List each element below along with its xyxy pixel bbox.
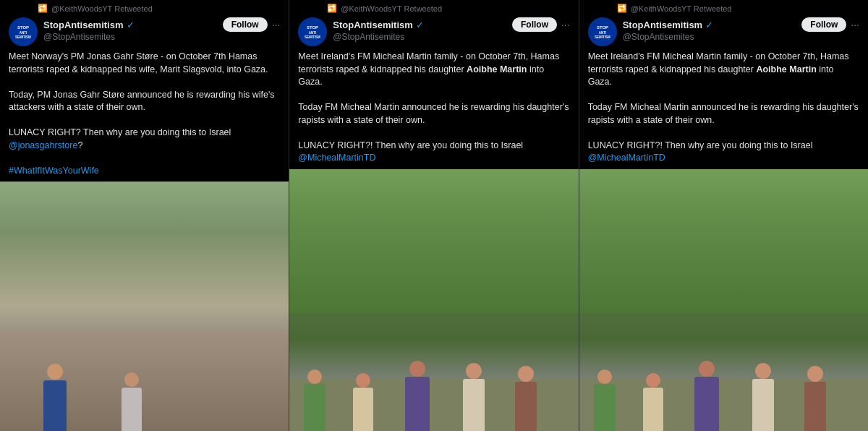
follow-button[interactable]: Follow [223,17,268,32]
tweet-body: Meet Norway's PM Jonas Gahr Støre - on O… [0,49,289,182]
tweet-image [289,169,578,432]
username: @StopAntisemites [43,32,280,42]
avatar: STOP ANTI SEMITISM [9,17,38,46]
header-info: StopAntisemitism ✓ Follow ··· @StopAntis… [333,17,569,42]
retweet-icon: 🔁 [327,4,337,13]
tweet-card-2: 🔁 @KeithWoodsYT Retweeted STOP ANTI SEMI… [289,0,579,431]
retweet-bar: 🔁 @KeithWoodsYT Retweeted [0,0,289,14]
tweet-image [0,182,289,431]
more-options-icon[interactable]: ··· [561,19,570,30]
svg-text:SEMITISM: SEMITISM [305,35,320,39]
name-follow-row: StopAntisemitism ✓ Follow ··· [43,17,280,32]
verified-badge: ✓ [416,20,424,30]
retweet-by: @KeithWoodsYT Retweeted [51,4,153,13]
name-follow-row: StopAntisemitism ✓ Follow ··· [333,17,569,32]
svg-text:SEMITISM: SEMITISM [15,35,31,39]
tweet-card-1: 🔁 @KeithWoodsYT Retweeted STOP ANTI SEMI… [0,0,289,431]
svg-text:STOP: STOP [307,25,318,30]
verified-badge: ✓ [127,20,135,30]
tweet-header: STOP ANTI SEMITISM StopAntisemitism ✓ Fo… [579,14,868,49]
avatar: STOP ANTI SEMITISM [298,17,327,46]
tweet-card-3: 🔁 @KeithWoodsYT Retweeted STOP ANTI SEMI… [579,0,868,431]
follow-button[interactable]: Follow [801,17,846,32]
retweet-by: @KeithWoodsYT Retweeted [341,4,442,13]
header-info: StopAntisemitism ✓ Follow ··· @StopAntis… [623,17,859,42]
header-info: StopAntisemitism ✓ Follow ··· @StopAntis… [43,17,280,42]
retweet-bar: 🔁 @KeithWoodsYT Retweeted [289,0,578,14]
retweet-by: @KeithWoodsYT Retweeted [631,4,732,13]
svg-text:STOP: STOP [17,25,29,30]
display-name: StopAntisemitism [623,20,703,30]
tweet-header: STOP ANTI SEMITISM StopAntisemitism ✓ Fo… [0,14,289,49]
retweet-icon: 🔁 [617,4,627,13]
tweet-image [579,169,868,432]
display-name: StopAntisemitism [43,20,124,30]
svg-text:ANTI: ANTI [309,31,317,35]
tweet-header: STOP ANTI SEMITISM StopAntisemitism ✓ Fo… [289,14,578,49]
retweet-icon: 🔁 [38,4,48,13]
username: @StopAntisemites [333,32,569,42]
tweet-body: Meet Ireland's FM Micheal Martin family … [579,49,868,169]
svg-text:SEMITISM: SEMITISM [595,35,610,39]
svg-text:ANTI: ANTI [598,31,606,35]
more-options-icon[interactable]: ··· [272,19,281,30]
name-follow-row: StopAntisemitism ✓ Follow ··· [623,17,859,32]
tweet-body: Meet Ireland's FM Micheal Martin family … [289,49,578,169]
display-name: StopAntisemitism [333,20,413,30]
retweet-bar: 🔁 @KeithWoodsYT Retweeted [579,0,868,14]
username: @StopAntisemites [623,32,859,42]
verified-badge: ✓ [705,20,713,30]
more-options-icon[interactable]: ··· [851,19,859,30]
avatar: STOP ANTI SEMITISM [588,17,617,46]
svg-text:STOP: STOP [597,25,608,30]
follow-button[interactable]: Follow [512,17,557,32]
svg-text:ANTI: ANTI [20,31,27,35]
